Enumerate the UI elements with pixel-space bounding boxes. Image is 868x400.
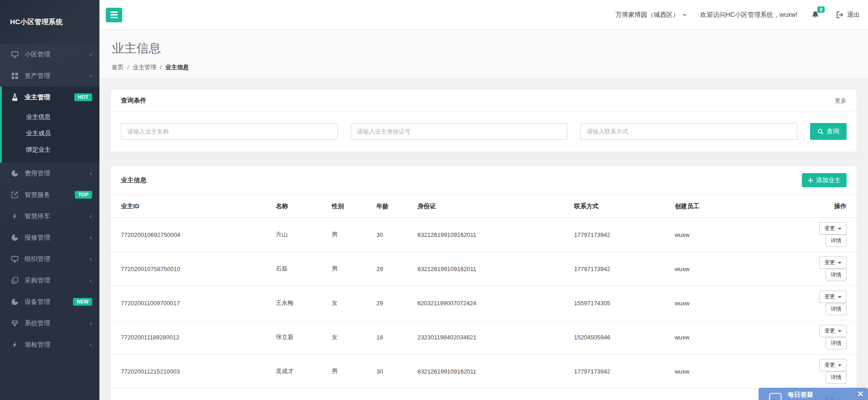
search-button-label: 查询: [826, 128, 839, 136]
welcome-text: 欢迎访问HC小区管理系统，wuxw!: [700, 11, 797, 19]
detail-button[interactable]: 详情: [826, 337, 847, 349]
breadcrumb-parent[interactable]: 业主管理: [133, 64, 156, 71]
cell-name: 石磊: [271, 252, 327, 286]
breadcrumb-home[interactable]: 首页: [112, 64, 124, 71]
breadcrumb: 首页/业主管理/业主信息: [112, 63, 856, 72]
detail-button-label: 详情: [831, 237, 842, 245]
sidebar-item-7[interactable]: 组织管理‹: [0, 248, 99, 270]
cell-phone: 17797173942: [570, 252, 670, 286]
app-logo: HC小区管理系统: [0, 0, 99, 44]
cell-age: 30: [372, 354, 413, 389]
chat-widget-close-button[interactable]: [858, 391, 863, 398]
search-button[interactable]: 查询: [810, 123, 847, 140]
chat-widget-label: 每日答疑: [788, 391, 813, 399]
change-button[interactable]: 变更: [819, 256, 847, 269]
cell-actions: 变更详情: [800, 286, 857, 320]
cell-id_card: 632126199109162011: [413, 252, 569, 286]
cell-actions: 变更详情: [800, 252, 857, 286]
sidebar-item-9[interactable]: 设备管理NEW: [0, 291, 99, 313]
community-selector-label: 万博家博园（城西区）: [615, 11, 679, 19]
detail-button[interactable]: 详情: [826, 371, 847, 384]
caret-down-icon: [838, 296, 842, 298]
cell-age: 29: [372, 286, 413, 320]
community-selector[interactable]: 万博家博园（城西区）: [615, 11, 686, 19]
sidebar-subitem-2-0[interactable]: 业主信息: [2, 109, 99, 125]
sidebar-item-4[interactable]: 智慧服务TOP: [0, 184, 99, 205]
table-row: 772020010692750004方山男3063212619910916201…: [111, 218, 857, 252]
sidebar-item-label: 智慧服务: [25, 191, 75, 199]
copy-icon: [11, 277, 19, 284]
cell-creator: wuxw: [670, 320, 800, 354]
sidebar-item-10[interactable]: 系统管理‹: [0, 313, 99, 334]
cell-gender: 男: [327, 252, 372, 286]
sidebar-toggle-button[interactable]: [106, 8, 122, 22]
sidebar-item-6[interactable]: 报修管理‹: [0, 227, 99, 248]
column-header-1: 名称: [271, 195, 327, 218]
sidebar-item-1[interactable]: 资产管理‹: [0, 65, 99, 87]
sidebar-item-label: 报修管理: [25, 234, 89, 242]
owner-idcard-input[interactable]: [351, 123, 568, 140]
change-button[interactable]: 变更: [819, 359, 847, 371]
cell-id: 772020011009700017: [111, 286, 271, 320]
cell-id: 772020010692750004: [111, 218, 271, 252]
query-panel: 查询条件 更多 查询: [110, 89, 857, 152]
change-button[interactable]: 变更: [819, 222, 847, 235]
topbar-right: 万博家博园（城西区） 欢迎访问HC小区管理系统，wuxw! 0 退出: [615, 10, 860, 19]
sidebar-item-11[interactable]: 巡检管理‹: [0, 334, 99, 355]
change-button[interactable]: 变更: [819, 325, 847, 337]
detail-button[interactable]: 详情: [826, 303, 847, 315]
sidebar: HC小区管理系统 小区管理‹资产管理‹业主管理HOT业主信息业主成员绑定业主费用…: [0, 0, 99, 400]
sidebar-item-label: 智慧停车: [25, 212, 89, 221]
pie-icon: [11, 169, 19, 177]
query-form: 查询: [111, 112, 857, 152]
close-icon: [858, 391, 863, 397]
sidebar-item-2[interactable]: 业主管理HOT: [2, 87, 99, 108]
chevron-left-icon: ‹: [89, 234, 92, 241]
sidebar-subitem-2-1[interactable]: 业主成员: [2, 125, 99, 142]
owners-table: 业主ID名称性别年龄身份证联系方式创建员工操作 7720200106927500…: [111, 195, 857, 400]
app-window: HC小区管理系统 小区管理‹资产管理‹业主管理HOT业主信息业主成员绑定业主费用…: [0, 0, 868, 400]
detail-button[interactable]: 详情: [826, 269, 847, 281]
cell-actions: 变更详情: [800, 320, 857, 354]
grid-icon: [11, 72, 19, 80]
owners-table-body: 772020010692750004方山男3063212619910916201…: [111, 218, 857, 400]
pie-icon: [11, 234, 19, 241]
chevron-down-icon: [683, 14, 686, 16]
chevron-left-icon: ‹: [89, 213, 92, 220]
sidebar-item-0[interactable]: 小区管理‹: [0, 44, 99, 65]
owner-name-input[interactable]: [121, 123, 338, 140]
change-button[interactable]: 变更: [819, 291, 847, 303]
chat-widget[interactable]: 每日答疑: [759, 388, 868, 400]
more-link[interactable]: 更多: [835, 97, 847, 105]
flask-icon: [11, 93, 19, 101]
owner-phone-input[interactable]: [580, 123, 797, 140]
logout-button[interactable]: 退出: [836, 11, 860, 19]
chevron-left-icon: ‹: [89, 72, 92, 80]
sidebar-item-label: 采购管理: [25, 277, 89, 285]
main-area: 万博家博园（城西区） 欢迎访问HC小区管理系统，wuxw! 0 退出: [99, 0, 868, 400]
cell-phone: 18939938888: [570, 389, 670, 400]
cell-gender: 男: [327, 389, 372, 400]
cell-gender: 女: [327, 320, 372, 354]
sidebar-item-label: 系统管理: [25, 319, 89, 328]
add-owner-button[interactable]: 添加业主: [802, 173, 847, 187]
sidebar-subitem-2-2[interactable]: 绑定业主: [2, 142, 99, 158]
hamburger-icon: [110, 11, 118, 18]
chevron-left-icon: ‹: [89, 170, 92, 177]
sidebar-item-8[interactable]: 采购管理‹: [0, 270, 99, 291]
sidebar-item-badge: HOT: [74, 93, 92, 101]
sidebar-item-5[interactable]: 智慧停车‹: [0, 205, 99, 227]
chat-bubble-icon: [769, 392, 782, 400]
sidebar-item-badge: TOP: [75, 191, 92, 199]
sidebar-subitem-label: 绑定业主: [26, 146, 51, 154]
column-header-2: 性别: [327, 195, 372, 218]
notifications-button[interactable]: 0: [811, 10, 820, 19]
sidebar-group-7: 组织管理‹: [0, 248, 99, 270]
cell-name: 吴成才: [271, 354, 327, 389]
sidebar-group-11: 巡检管理‹: [0, 334, 99, 355]
cell-phone: 15204505946: [570, 320, 670, 354]
sidebar-item-3[interactable]: 费用管理‹: [0, 163, 99, 184]
topbar: 万博家博园（城西区） 欢迎访问HC小区管理系统，wuxw! 0 退出: [99, 0, 868, 30]
cell-name: 方山: [271, 218, 327, 252]
detail-button[interactable]: 详情: [826, 235, 847, 247]
